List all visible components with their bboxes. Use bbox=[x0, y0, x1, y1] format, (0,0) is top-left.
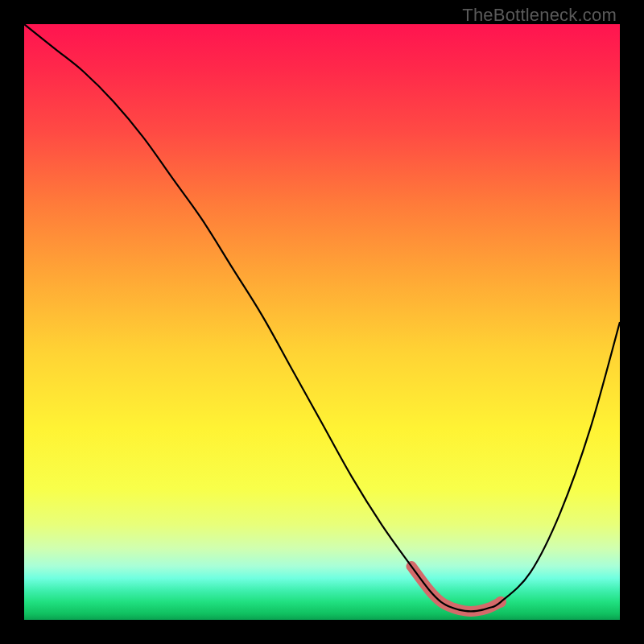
chart-frame: TheBottleneck.com bbox=[0, 0, 644, 644]
plot-area bbox=[24, 24, 620, 620]
bottleneck-curve-line bbox=[24, 24, 620, 611]
watermark-text: TheBottleneck.com bbox=[462, 5, 617, 26]
highlight-segment bbox=[411, 566, 501, 611]
chart-svg bbox=[24, 24, 620, 620]
